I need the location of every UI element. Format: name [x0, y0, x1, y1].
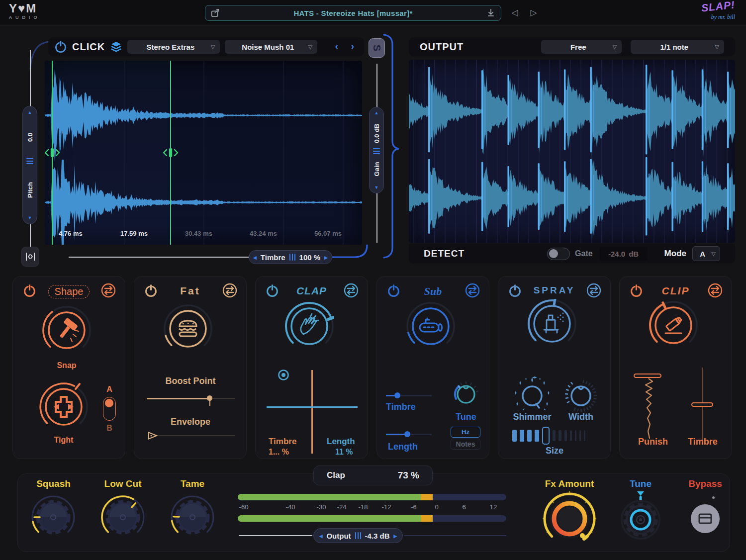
- master-output-slider[interactable]: ◂ Output -4.3 dB ▸: [313, 528, 403, 543]
- output-waveform-display[interactable]: [409, 60, 735, 243]
- gain-up-icon[interactable]: ▲: [370, 110, 383, 115]
- fat-power-button[interactable]: [144, 284, 158, 297]
- spray-ab-compare-icon[interactable]: [586, 283, 601, 298]
- decrement-icon[interactable]: ◂: [319, 532, 323, 540]
- sub-timbre-handle[interactable]: [394, 392, 400, 398]
- gain-grip[interactable]: [373, 148, 380, 154]
- envelope-slider[interactable]: [147, 432, 235, 440]
- shape-power-button[interactable]: [23, 284, 36, 297]
- preset-name[interactable]: HATS - Stereoize Hats [mussar]*: [220, 9, 486, 17]
- mode-dropdown[interactable]: A ▽: [692, 246, 720, 261]
- shape-ab-compare-icon[interactable]: [101, 283, 116, 298]
- clap-hands-icon: [301, 314, 318, 334]
- click-library-dropdown[interactable]: Stereo Extras ▽: [127, 40, 220, 54]
- decrement-icon[interactable]: ◂: [253, 254, 257, 261]
- timbre-grip[interactable]: [289, 254, 295, 261]
- module-fat: Fat Boost Point Envelope: [134, 276, 247, 459]
- ab-toggle-b-label[interactable]: B: [102, 424, 116, 433]
- clip-timbre-handle[interactable]: [691, 402, 713, 407]
- preset-next-button[interactable]: ▷: [527, 7, 540, 19]
- tight-knob[interactable]: [39, 382, 89, 432]
- pitch-slider[interactable]: ▲ 0.0 Pitch ▼: [22, 106, 37, 224]
- fat-ab-compare-icon[interactable]: [222, 283, 237, 298]
- clip-ab-compare-icon[interactable]: [708, 283, 723, 298]
- output-rate-dropdown[interactable]: Free ▽: [541, 40, 622, 54]
- clap-power-button[interactable]: [266, 284, 279, 297]
- pitch-up-icon[interactable]: ▲: [23, 110, 37, 115]
- snap-knob[interactable]: [42, 305, 92, 355]
- bypass-indicator-dot: [712, 496, 715, 499]
- click-timbre-slider[interactable]: ◂ Timbre 100 % ▸: [249, 250, 332, 264]
- sub-ab-compare-icon[interactable]: [465, 283, 480, 298]
- clap-pad-x-axis[interactable]: [311, 370, 313, 454]
- spray-shimmer-knob[interactable]: [513, 376, 551, 414]
- tame-knob[interactable]: [170, 494, 215, 540]
- zoom-fit-button[interactable]: [21, 247, 39, 267]
- clap-y-value: 11 %: [335, 448, 353, 457]
- sub-length-handle[interactable]: [404, 431, 410, 437]
- sub-power-button[interactable]: [387, 284, 400, 297]
- clip-power-button[interactable]: [630, 284, 643, 297]
- pitch-value: 0.0: [26, 133, 34, 142]
- clap-knob[interactable]: [284, 301, 334, 351]
- spray-knob[interactable]: [527, 299, 577, 349]
- bypass-button[interactable]: [691, 504, 720, 533]
- shape-ab-toggle[interactable]: A B: [102, 385, 116, 433]
- ab-toggle-track[interactable]: [103, 397, 116, 421]
- increment-icon[interactable]: ▸: [394, 532, 397, 540]
- envelope-handle[interactable]: [147, 432, 158, 440]
- clip-timbre-slider[interactable]: [688, 373, 716, 443]
- hz-option[interactable]: Hz: [451, 427, 480, 438]
- sample-next-button[interactable]: ›: [347, 41, 358, 53]
- increment-icon[interactable]: ▸: [324, 254, 328, 261]
- punish-slider[interactable]: [634, 373, 663, 443]
- fat-knob[interactable]: [163, 304, 213, 354]
- layers-icon[interactable]: [110, 41, 122, 53]
- gain-slider[interactable]: ▲ 0.0 dB Gain ▼: [369, 107, 384, 193]
- sub-unit-toggle[interactable]: Hz Notes: [451, 427, 480, 450]
- clap-pad-y-axis[interactable]: [267, 406, 358, 408]
- gate-threshold-box[interactable]: -24.0 dB: [600, 247, 648, 261]
- output-note-dropdown[interactable]: 1/1 note ▽: [631, 40, 724, 54]
- gate-toggle[interactable]: [547, 248, 570, 260]
- pitch-grip[interactable]: [26, 158, 33, 164]
- click-solo-button[interactable]: S: [369, 38, 385, 58]
- gain-down-icon[interactable]: ▼: [370, 185, 383, 190]
- spray-size-bar[interactable]: [512, 426, 598, 446]
- boost-point-slider[interactable]: [147, 395, 235, 402]
- output-slider-track-right[interactable]: [404, 535, 506, 536]
- squash-knob[interactable]: [30, 494, 76, 540]
- spray-size-handle[interactable]: [542, 427, 550, 445]
- ab-toggle-a-label[interactable]: A: [102, 385, 116, 394]
- output-grip[interactable]: [355, 532, 361, 539]
- click-waveform[interactable]: [45, 61, 362, 245]
- sub-tune-knob[interactable]: [452, 380, 480, 409]
- sub-timbre-slider[interactable]: [386, 392, 432, 399]
- clap-ab-compare-icon[interactable]: [344, 283, 359, 298]
- spray-power-button[interactable]: [508, 284, 522, 297]
- output-slider-track-left[interactable]: [239, 535, 312, 536]
- timbre-slider-track[interactable]: [69, 257, 249, 258]
- low-cut-knob[interactable]: [100, 494, 146, 540]
- notes-option[interactable]: Notes: [451, 439, 480, 450]
- preset-prev-button[interactable]: ◁: [508, 7, 521, 19]
- chevron-down-icon: ▽: [712, 251, 716, 257]
- click-sample-dropdown[interactable]: Noise Mush 01 ▽: [225, 40, 317, 54]
- sub-length-slider[interactable]: [386, 431, 432, 438]
- save-download-icon[interactable]: [486, 8, 496, 18]
- spray-width-knob[interactable]: [562, 376, 600, 414]
- click-waveform-display[interactable]: 4.76 ms 17.59 ms 30.43 ms 43.24 ms 56.07…: [45, 61, 362, 245]
- click-power-button[interactable]: [54, 40, 67, 53]
- master-tune-knob[interactable]: [619, 491, 662, 542]
- share-icon[interactable]: [210, 8, 220, 18]
- sub-knob[interactable]: [406, 301, 456, 351]
- ab-toggle-knob[interactable]: [105, 399, 113, 407]
- fx-amount-knob[interactable]: [541, 490, 598, 548]
- gate-toggle-knob[interactable]: [549, 249, 558, 258]
- preset-bar[interactable]: HATS - Stereoize Hats [mussar]*: [205, 5, 501, 21]
- clip-knob[interactable]: [649, 300, 698, 350]
- pitch-down-icon[interactable]: ▼: [23, 215, 37, 220]
- sample-prev-button[interactable]: ‹: [331, 41, 342, 53]
- punish-handle[interactable]: [634, 373, 661, 378]
- spray-dots: [558, 313, 564, 322]
